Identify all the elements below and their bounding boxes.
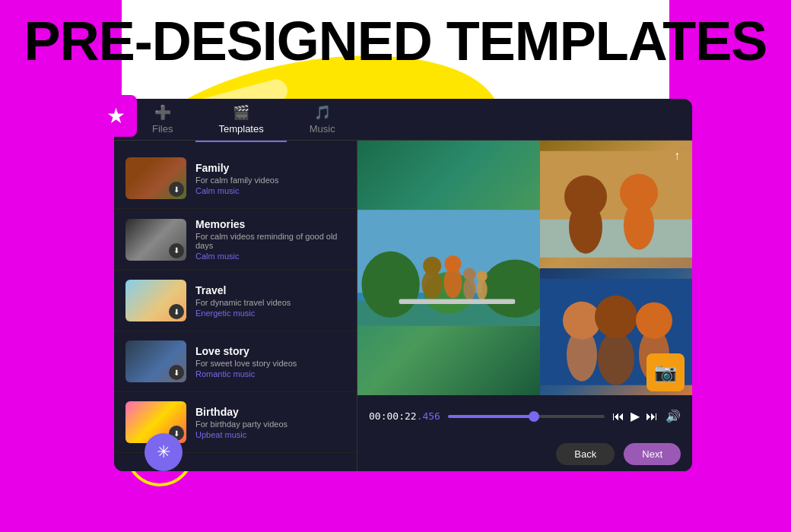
play-controls: ⏮ ▶ ⏭ (612, 409, 658, 423)
camera-icon: 📷 (654, 362, 677, 383)
star-icon: ★ (106, 103, 125, 128)
svg-point-9 (445, 255, 462, 272)
template-music-memories: Calm music (195, 252, 345, 261)
thumb-travel: ⬇ (125, 280, 186, 321)
thumb-memories: ⬇ (125, 219, 186, 261)
skip-back-icon[interactable]: ⏮ (612, 410, 624, 423)
thumb-family: ⬇ (125, 157, 186, 199)
template-info-birthday: Birthday For birthday party videos Upbea… (195, 406, 345, 439)
tab-music-label: Music (310, 123, 335, 135)
svg-point-3 (361, 252, 419, 318)
tab-templates-label: Templates (218, 123, 263, 135)
svg-point-18 (569, 201, 602, 254)
template-desc-travel: For dynamic travel videos (195, 298, 345, 307)
back-button[interactable]: Back (556, 443, 615, 465)
next-button[interactable]: Next (624, 443, 681, 465)
tab-music[interactable]: 🎵 Music (287, 104, 358, 135)
progress-thumb (529, 411, 539, 422)
template-music-travel: Energetic music (195, 309, 345, 318)
template-desc-family: For calm family videos (195, 176, 345, 185)
template-list: ⬇ Family For calm family videos Calm mus… (114, 141, 357, 471)
template-name-birthday: Birthday (195, 406, 345, 418)
svg-rect-14 (399, 299, 516, 304)
skip-forward-icon[interactable]: ⏭ (646, 410, 658, 423)
family-scene-svg (357, 141, 540, 395)
svg-point-26 (598, 331, 634, 385)
sun-badge: ✳ (145, 433, 183, 471)
playback-bar: 00:00:22.456 ⏮ ▶ ⏭ 🔊 (357, 395, 692, 437)
template-name-memories: Memories (195, 218, 345, 230)
template-name-family: Family (195, 162, 345, 174)
preview-video (357, 141, 540, 395)
app-window: ➕ Files 🎬 Templates 🎵 Music ⬇ Family For… (114, 99, 692, 471)
files-icon: ➕ (154, 104, 171, 121)
template-item-travel[interactable]: ⬇ Travel For dynamic travel videos Energ… (114, 271, 357, 331)
template-music-birthday: Upbeat music (195, 430, 345, 439)
download-icon-memories: ⬇ (169, 243, 184, 258)
template-name-travel: Travel (195, 284, 345, 296)
template-desc-birthday: For birthday party videos (195, 420, 345, 429)
template-item-memories[interactable]: ⬇ Memories For calm videos reminding of … (114, 209, 357, 271)
svg-point-20 (624, 201, 654, 250)
template-info-family: Family For calm family videos Calm music (195, 162, 345, 195)
svg-point-7 (423, 257, 441, 275)
time-ms: .456 (417, 410, 440, 422)
tab-bar: ➕ Files 🎬 Templates 🎵 Music (114, 99, 692, 141)
template-music-family: Calm music (195, 186, 345, 195)
svg-point-13 (477, 271, 488, 281)
template-info-travel: Travel For dynamic travel videos Energet… (195, 284, 345, 318)
side-thumb-1: ↑ (540, 141, 692, 268)
svg-rect-16 (540, 220, 692, 258)
sun-icon: ✳ (157, 442, 170, 462)
preview-panel: ↑ (357, 141, 692, 471)
time-display: 00:00:22.456 (369, 410, 440, 422)
progress-bar[interactable] (448, 415, 605, 418)
upload-arrow-1: ↑ (668, 147, 686, 165)
nav-buttons: Back Next (357, 437, 692, 471)
svg-point-25 (567, 328, 597, 381)
camera-badge: 📷 (646, 353, 685, 391)
content-area: ⬇ Family For calm family videos Calm mus… (114, 141, 692, 471)
star-badge: ★ (95, 95, 137, 137)
time-main: 00:00:22 (369, 410, 417, 422)
tab-files-label: Files (152, 123, 173, 135)
template-info-memories: Memories For calm videos reminding of go… (195, 218, 345, 261)
svg-point-12 (477, 279, 488, 299)
volume-icon[interactable]: 🔊 (666, 409, 681, 423)
page-title: PRE-DESIGNED TEMPLATES (0, 14, 791, 68)
music-icon: 🎵 (314, 104, 331, 121)
template-music-love: Romantic music (195, 369, 345, 378)
svg-point-11 (463, 268, 475, 280)
templates-icon: 🎬 (233, 104, 249, 121)
thumb-love: ⬇ (125, 340, 186, 382)
template-desc-love: For sweet love story videos (195, 359, 345, 368)
tab-templates[interactable]: 🎬 Templates (195, 104, 286, 135)
template-item-love[interactable]: ⬇ Love story For sweet love story videos… (114, 331, 357, 392)
download-icon-travel: ⬇ (169, 304, 184, 319)
template-name-love: Love story (195, 345, 345, 357)
preview-main: ↑ (357, 141, 692, 395)
progress-fill (448, 415, 534, 418)
svg-point-23 (595, 295, 637, 337)
svg-point-10 (463, 277, 475, 301)
download-icon-love: ⬇ (169, 365, 184, 380)
template-item-family[interactable]: ⬇ Family For calm family videos Calm mus… (114, 148, 357, 209)
tab-files[interactable]: ➕ Files (129, 104, 195, 135)
template-desc-memories: For calm videos reminding of good old da… (195, 232, 345, 250)
download-icon-family: ⬇ (169, 182, 184, 197)
template-info-love: Love story For sweet love story videos R… (195, 345, 345, 378)
play-icon[interactable]: ▶ (631, 409, 640, 423)
